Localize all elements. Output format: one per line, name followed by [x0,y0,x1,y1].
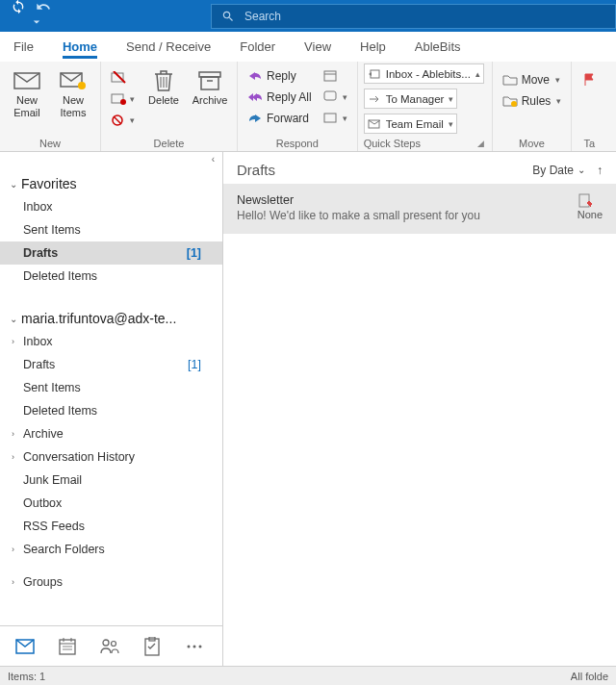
tab-file[interactable]: File [13,35,34,59]
meeting-button[interactable] [320,65,351,87]
chevron-right-icon: › [12,577,21,587]
search-input[interactable]: Search [211,4,616,29]
ribbon-group-respond: Reply Reply All Forward ▾ ▾ Respond [238,62,358,151]
account-inbox[interactable]: ›Inbox [0,330,222,353]
move-button[interactable]: Move▾ [499,69,566,90]
search-placeholder: Search [244,10,281,23]
more-respond-button[interactable]: ▾ [320,108,351,129]
tab-ablebits[interactable]: AbleBits [415,35,461,59]
junk-icon [111,113,126,128]
account-archive[interactable]: ›Archive [0,422,222,445]
account-drafts-count: [1] [188,358,213,371]
scroll-down-icon[interactable]: ▾ [449,94,453,104]
chevron-down-icon: ⌄ [578,165,585,175]
cleanup-icon [111,91,126,107]
svg-rect-15 [324,71,336,81]
favorites-inbox[interactable]: Inbox [0,195,222,218]
navigation-pane: ‹ ⌄Favorites Inbox Sent Items Drafts[1] … [0,152,223,666]
svg-rect-17 [324,91,336,100]
cleanup-button[interactable]: ▾ [107,89,139,110]
im-icon [323,89,339,105]
more-icon [323,111,339,126]
tag-flag-button[interactable] [578,69,601,90]
reply-all-button[interactable]: Reply All [244,87,316,108]
favorites-header[interactable]: ⌄Favorites [0,166,222,195]
account-drafts[interactable]: Drafts[1] [0,353,222,376]
tab-help[interactable]: Help [360,35,386,59]
status-connection: All folde [571,671,608,682]
archive-button[interactable]: Archive [189,63,231,107]
account-outbox[interactable]: Outbox [0,492,222,515]
move-folder-icon [502,72,518,88]
undo-icon[interactable] [35,0,52,33]
sort-button[interactable]: By Date⌄↑ [532,164,603,177]
junk-button[interactable]: ▾ [107,110,139,131]
svg-point-29 [103,640,109,646]
draft-badge-icon [578,193,603,209]
groups-header[interactable]: ›Groups [0,571,222,594]
message-preview: Hello! We'd like to make a small present… [237,209,578,222]
favorites-sent-items[interactable]: Sent Items [0,218,222,241]
delete-button[interactable]: Delete [142,63,185,107]
tab-home[interactable]: Home [63,35,97,59]
ignore-icon [111,70,126,86]
account-rss-feeds[interactable]: RSS Feeds [0,515,222,538]
svg-point-30 [112,641,116,646]
more-nav-icon[interactable] [185,637,204,656]
workspace: ‹ ⌄Favorites Inbox Sent Items Drafts[1] … [0,152,616,666]
quickstep-to-manager[interactable]: To Manager▾ [364,89,458,109]
collapse-nav-icon[interactable]: ‹ [0,152,222,166]
calendar-nav-icon[interactable] [58,637,77,656]
quickstep-inbox[interactable]: Inbox - Ablebits...▴ [364,63,484,84]
tab-folder[interactable]: Folder [240,35,275,59]
chevron-down-icon: ⌄ [10,179,21,190]
sync-icon[interactable] [10,0,27,33]
tab-send-receive[interactable]: Send / Receive [126,35,211,59]
account-junk-email[interactable]: Junk Email [0,469,222,492]
account-deleted-items[interactable]: Deleted Items [0,399,222,422]
favorites-drafts[interactable]: Drafts[1] [0,241,222,265]
ignore-button[interactable] [107,67,139,89]
reply-icon [247,68,263,84]
ribbon-group-move: Move▾ Rules▾ Move [493,62,573,151]
ribbon: New Email New Items New ▾ ▾ Delete Archi… [0,62,616,152]
rules-icon [502,93,518,109]
svg-point-21 [511,101,517,107]
new-items-button[interactable]: New Items [52,63,94,119]
rules-button[interactable]: Rules▾ [499,90,566,112]
to-manager-icon [368,93,381,105]
people-nav-icon[interactable] [100,637,119,656]
expand-gallery-icon[interactable]: ▾ [449,119,453,129]
account-header[interactable]: ⌄maria.trifuntova@adx-te... [0,301,222,330]
new-email-button[interactable]: New Email [6,63,48,119]
svg-rect-36 [579,194,589,207]
account-search-folders[interactable]: ›Search Folders [0,538,222,561]
tasks-nav-icon[interactable] [142,637,162,656]
svg-rect-13 [201,77,218,89]
svg-rect-18 [324,114,336,122]
account-sent-items[interactable]: Sent Items [0,376,222,399]
message-item[interactable]: Newsletter Hello! We'd like to make a sm… [223,184,616,234]
chevron-right-icon: › [12,545,21,554]
chevron-down-icon: ⌄ [10,314,21,324]
reply-all-icon [247,89,263,105]
tab-view[interactable]: View [304,35,331,59]
account-conversation-history[interactable]: ›Conversation History [0,445,222,469]
title-bar: Search [0,0,616,32]
quickstep-team-email[interactable]: Team Email▾ [364,114,457,134]
favorites-deleted-items[interactable]: Deleted Items [0,265,222,288]
scroll-up-icon[interactable]: ▴ [475,69,480,79]
im-button[interactable]: ▾ [320,87,351,108]
chevron-right-icon: › [12,429,21,439]
team-email-icon [368,118,381,130]
svg-point-6 [120,99,126,105]
move-to-icon [368,68,381,80]
mail-nav-icon[interactable] [15,637,35,656]
svg-point-33 [188,645,191,647]
forward-button[interactable]: Forward [244,108,316,129]
trash-icon [150,67,177,94]
dialog-launcher-icon[interactable]: ◢ [477,139,486,148]
sort-ascending-icon[interactable]: ↑ [597,164,603,177]
search-icon [221,10,235,23]
reply-button[interactable]: Reply [244,65,316,87]
